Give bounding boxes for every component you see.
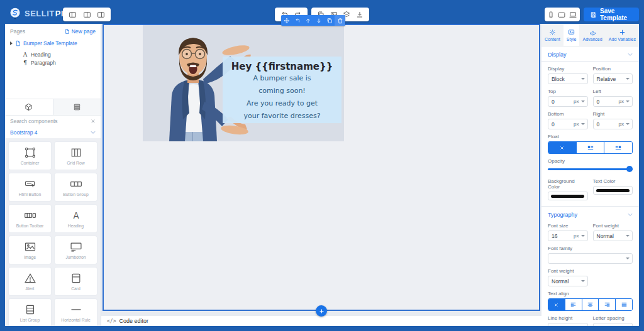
float-left-button[interactable]: [576, 142, 604, 153]
component-heading[interactable]: A Heading: [55, 205, 97, 232]
font-size-input[interactable]: 16px: [548, 231, 588, 241]
component-jumbotron[interactable]: Jumbotron: [55, 236, 97, 264]
component-label: List Group: [20, 318, 40, 322]
component-html-button[interactable]: Html Button: [9, 173, 51, 201]
component-grid-row[interactable]: Grid Row: [55, 142, 97, 170]
align-justify-button[interactable]: [615, 299, 632, 310]
page-tree-root[interactable]: Bumper Sale Template: [10, 40, 96, 46]
duplicate-icon[interactable]: [324, 15, 335, 26]
right-input[interactable]: 0px: [593, 119, 633, 129]
chevron-down-icon: [628, 213, 633, 217]
position-select[interactable]: Relative: [593, 73, 633, 84]
font-size-field: Font size 16px: [548, 223, 588, 241]
plus-icon: [319, 308, 325, 314]
font-weight-2-select[interactable]: Normal: [548, 276, 588, 286]
device-preview-group: [545, 8, 580, 21]
none-cross-icon: [554, 303, 558, 307]
template-paragraph-line[interactable]: Are you ready to get: [223, 97, 341, 110]
float-right-button[interactable]: [604, 142, 632, 153]
field-label: Right: [593, 111, 633, 117]
tab-label: Advanced: [583, 37, 602, 41]
tablet-icon[interactable]: [557, 11, 566, 19]
desktop-icon[interactable]: [569, 11, 577, 19]
clear-search-icon[interactable]: [91, 119, 96, 124]
tree-item-paragraph[interactable]: ¶ Paragraph: [23, 60, 96, 66]
template-text-block[interactable]: Hey {{firstname}} A bumper sale is comin…: [223, 57, 341, 123]
tab-add-variables[interactable]: Add Variables: [606, 24, 639, 46]
unit-caret-icon: [581, 123, 585, 125]
template-heading[interactable]: Hey {{firstname}}: [223, 61, 341, 72]
add-element-button[interactable]: [316, 305, 327, 317]
component-label: Horizontal Rule: [61, 318, 90, 322]
tab-components[interactable]: [5, 99, 53, 115]
align-left-button[interactable]: [565, 299, 582, 310]
panel-left-layout-icon[interactable]: [69, 11, 77, 19]
component-group-header[interactable]: Bootstrap 4: [5, 127, 101, 138]
svg-text:A: A: [73, 211, 79, 220]
tree-item-heading[interactable]: A Heading: [23, 52, 96, 58]
tree-item-label: Paragraph: [31, 60, 56, 66]
float-none-button[interactable]: [548, 142, 576, 153]
opacity-slider[interactable]: [548, 166, 633, 172]
save-template-button[interactable]: Save Template: [584, 8, 639, 21]
code-editor-bar[interactable]: </> Code editor: [101, 316, 541, 326]
component-button-toolbar[interactable]: Button Toolbar: [9, 205, 51, 232]
display-select[interactable]: Block: [548, 73, 588, 84]
tab-content[interactable]: Content: [541, 24, 564, 46]
new-page-label: New page: [72, 28, 96, 35]
code-editor-label: Code editor: [119, 318, 148, 324]
slider-track[interactable]: [548, 168, 633, 170]
heading-type-icon: A: [23, 52, 28, 58]
select-parent-icon[interactable]: [292, 15, 303, 26]
tree-caret-icon[interactable]: [10, 41, 13, 45]
component-tabs: [5, 99, 101, 116]
component-horizontal-rule[interactable]: Horizontal Rule: [55, 299, 97, 326]
component-image[interactable]: Image: [9, 236, 51, 264]
save-template-label: Save Template: [600, 8, 633, 21]
component-button-group[interactable]: Button Group: [55, 173, 97, 201]
bottom-input[interactable]: 0px: [548, 119, 588, 129]
font-family-select[interactable]: [548, 253, 633, 264]
text-color-swatch[interactable]: [593, 186, 633, 195]
new-page-button[interactable]: New page: [64, 28, 96, 35]
component-label: Button Toolbar: [16, 224, 44, 228]
template-image-block[interactable]: Hey {{firstname}} A bumper sale is comin…: [143, 25, 344, 141]
template-paragraph-line[interactable]: your favorite dresses?: [223, 110, 341, 122]
template-paragraph-line[interactable]: A bumper sale is: [223, 72, 341, 85]
display-section-header[interactable]: Display: [541, 46, 639, 61]
top-input[interactable]: 0px: [548, 96, 588, 107]
body-tag-badge[interactable]: BODY: [103, 24, 125, 25]
search-components-input[interactable]: [10, 118, 91, 124]
style-brush-icon: [568, 29, 575, 36]
panel-right-layout-icon[interactable]: [97, 11, 105, 19]
line-height-select[interactable]: [548, 323, 588, 326]
mobile-icon[interactable]: [547, 11, 555, 19]
font-weight-select[interactable]: Normal: [593, 231, 633, 241]
tab-style[interactable]: Style: [564, 24, 580, 46]
download-icon[interactable]: [356, 11, 364, 18]
background-color-swatch[interactable]: [548, 192, 588, 200]
body-canvas[interactable]: BODY: [103, 24, 540, 311]
left-input[interactable]: 0px: [593, 96, 633, 107]
component-label: Html Button: [19, 192, 42, 197]
component-container[interactable]: Container: [9, 142, 51, 170]
component-alert[interactable]: Alert: [9, 268, 51, 295]
tab-advanced[interactable]: Advanced: [579, 24, 605, 46]
template-paragraph-line[interactable]: coming soon!: [223, 85, 341, 97]
slider-knob[interactable]: [626, 166, 633, 172]
move-up-icon[interactable]: [303, 15, 313, 26]
page-file-icon: [15, 40, 21, 46]
move-icon[interactable]: [281, 15, 292, 26]
component-card[interactable]: Card: [55, 268, 97, 295]
align-right-button[interactable]: [598, 299, 615, 310]
align-none-button[interactable]: [548, 299, 565, 310]
panel-split-layout-icon[interactable]: [83, 11, 91, 19]
float-right-icon: [615, 145, 621, 150]
component-list-group[interactable]: List Group: [9, 299, 51, 326]
move-down-icon[interactable]: [313, 15, 324, 26]
typography-section-header[interactable]: Typography: [541, 207, 639, 221]
tab-blocks[interactable]: [53, 99, 101, 115]
letter-spacing-select[interactable]: [593, 323, 633, 326]
delete-icon[interactable]: [335, 15, 345, 26]
align-center-button[interactable]: [582, 299, 599, 310]
